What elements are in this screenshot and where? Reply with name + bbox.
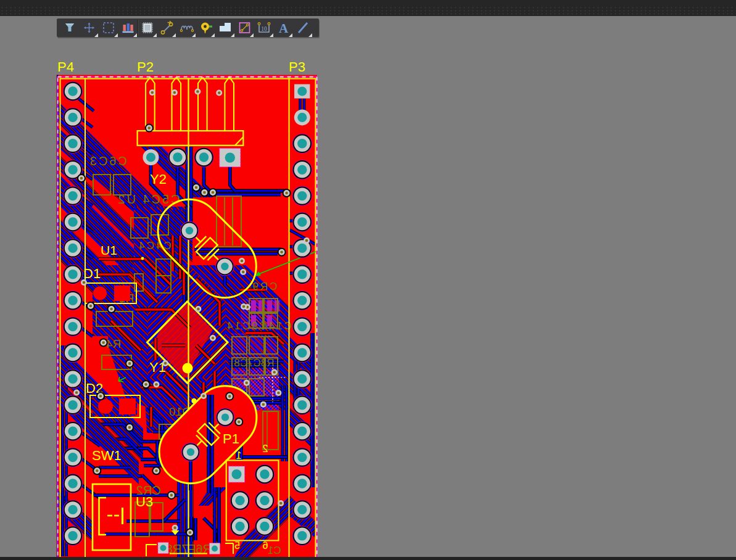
svg-text:P2: P2 bbox=[137, 59, 154, 75]
svg-text:U3: U3 bbox=[136, 494, 153, 509]
svg-text:D1: D1 bbox=[83, 266, 101, 281]
svg-text:Y2: Y2 bbox=[150, 171, 167, 187]
svg-text:C14C9C14: C14C9C14 bbox=[225, 320, 292, 332]
svg-text:5: 5 bbox=[234, 540, 240, 551]
svg-text:P1: P1 bbox=[223, 431, 239, 447]
svg-text:P4: P4 bbox=[57, 59, 74, 75]
svg-text:2: 2 bbox=[262, 443, 268, 454]
svg-text:C6C3: C6C3 bbox=[88, 154, 127, 168]
svg-text:U1: U1 bbox=[101, 243, 117, 257]
svg-text:SW1: SW1 bbox=[92, 448, 122, 463]
svg-text:C5C4 U2: C5C4 U2 bbox=[116, 192, 180, 206]
svg-text:C1: C1 bbox=[268, 545, 281, 556]
svg-text:1: 1 bbox=[236, 450, 241, 461]
svg-text:C4C4: C4C4 bbox=[137, 240, 171, 252]
svg-text:R3C7C8: R3C7C8 bbox=[234, 357, 274, 369]
svg-text:6: 6 bbox=[262, 540, 268, 551]
svg-text:CR9: CR9 bbox=[250, 281, 277, 292]
svg-text:P3: P3 bbox=[289, 59, 305, 75]
svg-text:R4: R4 bbox=[105, 337, 121, 350]
